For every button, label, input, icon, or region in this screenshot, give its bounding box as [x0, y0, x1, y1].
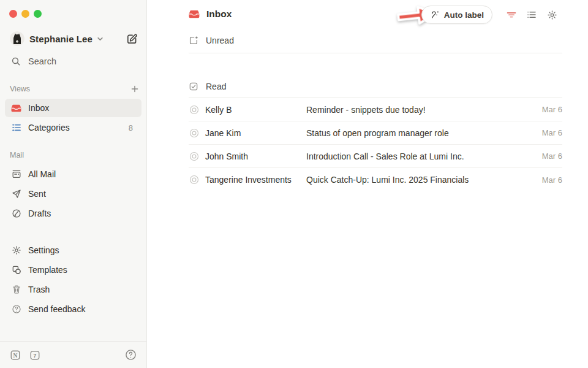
unread-icon — [189, 36, 198, 45]
email-row[interactable]: Jane Kim Status of open program manager … — [189, 121, 562, 145]
views-section-header: Views — [10, 83, 139, 94]
email-sender: Jane Kim — [205, 128, 306, 138]
sidebar-item-all-mail[interactable]: All Mail — [5, 165, 141, 183]
read-section-header[interactable]: Read — [189, 75, 562, 98]
calendar-icon[interactable]: 7 — [29, 350, 40, 361]
email-subject: Quick Catch-Up: Lumi Inc. 2025 Financial… — [306, 175, 535, 185]
sidebar-item-label: Drafts — [28, 209, 51, 218]
filter-button[interactable] — [506, 9, 517, 20]
email-row[interactable]: Tangerine Investments Quick Catch-Up: Lu… — [189, 168, 562, 191]
main-content: Inbox Auto label — [147, 0, 588, 368]
sidebar-item-categories[interactable]: Categories 8 — [5, 118, 141, 137]
email-date: Mar 6 — [535, 128, 562, 137]
help-icon — [125, 349, 137, 361]
window-controls — [9, 10, 42, 18]
sidebar-item-label: Trash — [28, 285, 50, 294]
templates-icon — [11, 265, 21, 275]
sidebar-item-settings[interactable]: Settings — [5, 241, 141, 259]
gear-icon — [547, 10, 557, 20]
sidebar-item-label: Send feedback — [28, 304, 85, 314]
sidebar-item-templates[interactable]: Templates — [5, 261, 141, 279]
views-header-label: Views — [10, 85, 30, 93]
sidebar-item-label: Sent — [28, 189, 46, 199]
auto-label-label: Auto label — [444, 10, 484, 20]
email-sender: John Smith — [205, 151, 306, 161]
sidebar-footer: N 7 — [0, 341, 146, 368]
email-sender: Tangerine Investments — [205, 175, 306, 185]
search-button[interactable]: Search — [11, 55, 56, 67]
question-circle-icon — [11, 304, 21, 315]
sidebar-item-label: Settings — [28, 245, 59, 255]
trash-icon — [11, 285, 21, 295]
sidebar-item-trash[interactable]: Trash — [5, 280, 141, 299]
gear-icon — [11, 245, 21, 256]
read-label: Read — [206, 82, 226, 91]
sidebar-item-inbox[interactable]: Inbox — [5, 99, 141, 117]
list-view-icon — [526, 9, 537, 20]
inbox-icon — [11, 103, 21, 113]
categories-count-badge: 8 — [129, 123, 135, 132]
close-window-button[interactable] — [9, 10, 17, 18]
mail-app-window: Stephanie Lee Search Views — [0, 0, 588, 368]
main-header: Inbox Auto label — [147, 0, 588, 29]
email-date: Mar 6 — [535, 175, 562, 185]
search-icon — [11, 56, 21, 66]
email-row[interactable]: Kelly B Reminder - snippets due today! M… — [189, 98, 562, 121]
sidebar-item-label: Categories — [28, 123, 70, 132]
help-button[interactable] — [125, 349, 137, 361]
calendar-day-glyph: 7 — [34, 353, 37, 359]
search-label: Search — [28, 56, 56, 66]
list-view-button[interactable] — [526, 9, 537, 20]
read-status-icon[interactable] — [189, 174, 200, 185]
email-subject: Introduction Call - Sales Role at Lumi I… — [306, 151, 535, 161]
read-status-icon[interactable] — [189, 104, 200, 115]
email-row[interactable]: John Smith Introduction Call - Sales Rol… — [189, 145, 562, 168]
sidebar: Stephanie Lee Search Views — [0, 0, 147, 368]
plus-icon — [130, 85, 139, 93]
sidebar-item-drafts[interactable]: Drafts — [5, 204, 141, 223]
account-name: Stephanie Lee — [29, 34, 92, 44]
sidebar-item-label: Templates — [28, 265, 67, 275]
compose-icon — [126, 33, 138, 45]
email-date: Mar 6 — [535, 105, 562, 114]
notion-icon[interactable]: N — [10, 350, 21, 361]
drafts-icon — [11, 209, 21, 219]
mail-header-label: Mail — [10, 151, 24, 159]
header-actions: Auto label — [421, 0, 557, 29]
sidebar-item-label: All Mail — [28, 169, 56, 179]
account-switcher[interactable]: Stephanie Lee — [10, 31, 138, 47]
minimize-window-button[interactable] — [21, 10, 29, 18]
chevron-down-icon — [97, 36, 104, 42]
read-checkbox-icon — [189, 82, 198, 91]
view-settings-button[interactable] — [546, 9, 557, 20]
add-view-button[interactable] — [130, 85, 139, 93]
email-subject: Reminder - snippets due today! — [306, 105, 535, 115]
avatar — [10, 31, 24, 46]
email-list: Kelly B Reminder - snippets due today! M… — [189, 98, 562, 191]
email-sender: Kelly B — [205, 105, 306, 115]
compose-button[interactable] — [126, 33, 138, 45]
notion-glyph: N — [13, 351, 18, 358]
mail-section-header: Mail — [10, 150, 139, 161]
email-subject: Status of open program manager role — [306, 128, 535, 138]
email-date: Mar 6 — [535, 151, 562, 161]
sidebar-item-send-feedback[interactable]: Send feedback — [5, 300, 141, 318]
zoom-window-button[interactable] — [34, 10, 42, 18]
page-title: Inbox — [206, 9, 232, 20]
auto-label-sparkle-icon — [430, 10, 440, 20]
auto-label-button[interactable]: Auto label — [421, 6, 492, 24]
sent-icon — [11, 189, 21, 199]
inbox-icon — [189, 9, 200, 20]
unread-section-header[interactable]: Unread — [189, 28, 562, 53]
read-status-icon[interactable] — [189, 151, 200, 162]
filter-icon — [506, 9, 517, 20]
all-mail-icon — [11, 169, 21, 180]
read-status-icon[interactable] — [189, 128, 200, 139]
sidebar-item-sent[interactable]: Sent — [5, 185, 141, 203]
categories-icon — [11, 123, 21, 133]
sidebar-item-label: Inbox — [28, 103, 49, 113]
unread-label: Unread — [206, 36, 234, 45]
